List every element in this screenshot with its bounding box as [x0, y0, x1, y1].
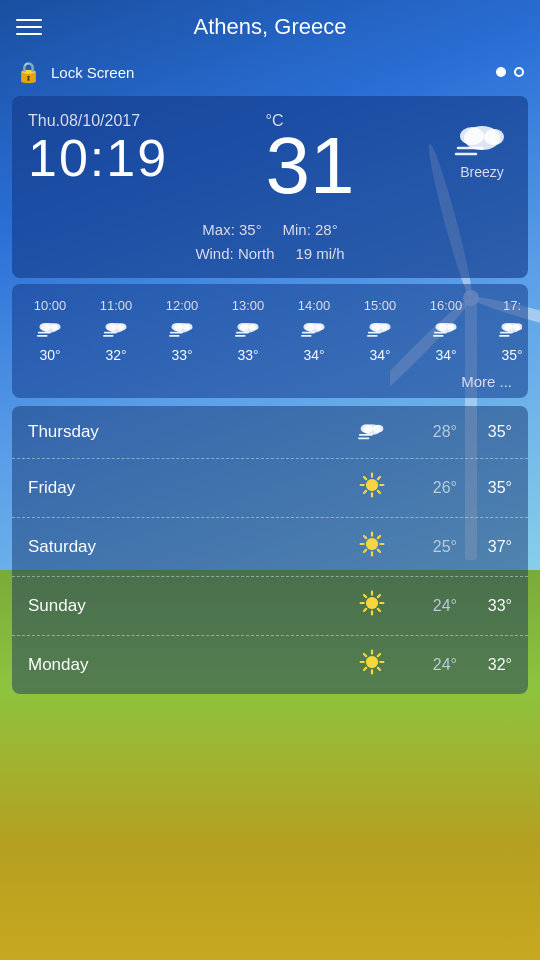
hour-temp: 34°: [435, 347, 456, 363]
hour-temp: 35°: [501, 347, 522, 363]
hour-icon: [499, 317, 522, 343]
svg-point-17: [117, 323, 127, 330]
city-title: Athens, Greece: [194, 14, 347, 40]
day-icon: [347, 471, 397, 505]
hour-temp: 33°: [171, 347, 192, 363]
svg-point-64: [366, 538, 378, 550]
hour-item: 11:00 32°: [84, 294, 148, 367]
day-min-temp: 24°: [397, 656, 457, 674]
svg-point-37: [381, 323, 391, 330]
svg-line-68: [364, 550, 366, 552]
svg-line-86: [364, 668, 366, 670]
menu-button[interactable]: [16, 19, 42, 35]
hour-time: 15:00: [364, 298, 397, 313]
svg-point-27: [249, 323, 259, 330]
hour-item: 15:00 34°: [348, 294, 412, 367]
hour-icon: [103, 317, 129, 343]
svg-point-12: [51, 323, 61, 330]
svg-line-66: [378, 550, 380, 552]
svg-point-36: [369, 322, 380, 330]
day-max-temp: 33°: [457, 597, 512, 615]
current-weather-card: Thu.08/10/2017 10:19 °C 31 Breezy M: [12, 96, 528, 278]
header: Athens, Greece: [0, 0, 540, 54]
hour-temp: 34°: [369, 347, 390, 363]
hour-temp: 33°: [237, 347, 258, 363]
svg-line-79: [364, 595, 366, 597]
svg-point-82: [366, 656, 378, 668]
breezy-icon: [452, 116, 512, 160]
hour-time: 14:00: [298, 298, 331, 313]
daily-forecast-card: Thursday 28° 35° Friday 26° 35° Saturday…: [12, 406, 528, 694]
day-name: Saturday: [28, 537, 347, 557]
day-name: Sunday: [28, 596, 347, 616]
svg-point-42: [447, 323, 457, 330]
day-min-temp: 26°: [397, 479, 457, 497]
hour-item: 13:00 33°: [216, 294, 280, 367]
condition-section: Breezy: [452, 116, 512, 180]
day-icon: [347, 589, 397, 623]
svg-point-73: [366, 597, 378, 609]
svg-line-90: [378, 654, 380, 656]
hour-item: 16:00 34°: [414, 294, 478, 367]
hour-icon: [235, 317, 261, 343]
day-row: Thursday 28° 35°: [12, 406, 528, 459]
svg-line-81: [378, 595, 380, 597]
hour-temp: 32°: [105, 347, 126, 363]
svg-line-59: [364, 491, 366, 493]
hour-temp: 34°: [303, 347, 324, 363]
svg-line-72: [378, 536, 380, 538]
hourly-scroll: 10:00 30° 11:00 32° 12:00 33° 13:00: [18, 294, 522, 367]
svg-point-32: [315, 323, 325, 330]
svg-line-88: [364, 654, 366, 656]
svg-line-57: [378, 491, 380, 493]
wind-direction: Wind: North: [195, 245, 274, 262]
day-max-temp: 37°: [457, 538, 512, 556]
hour-temp: 30°: [39, 347, 60, 363]
svg-point-41: [435, 322, 446, 330]
hour-time: 16:00: [430, 298, 463, 313]
hour-icon: [169, 317, 195, 343]
wind-speed: 19 mi/h: [295, 245, 344, 262]
lock-screen-label[interactable]: Lock Screen: [51, 64, 134, 81]
svg-point-6: [460, 127, 484, 145]
date-time-section: Thu.08/10/2017 10:19: [28, 112, 168, 187]
svg-line-63: [378, 477, 380, 479]
day-min-temp: 24°: [397, 597, 457, 615]
svg-line-84: [378, 668, 380, 670]
hour-time: 13:00: [232, 298, 265, 313]
day-row: Monday 24° 32°: [12, 636, 528, 694]
day-icon: [347, 530, 397, 564]
svg-point-7: [484, 129, 504, 145]
svg-point-46: [501, 322, 512, 330]
weather-details: Max: 35° Min: 28° Wind: North 19 mi/h: [28, 218, 512, 266]
more-button[interactable]: More ...: [18, 367, 522, 394]
day-min-temp: 25°: [397, 538, 457, 556]
hour-item: 12:00 33°: [150, 294, 214, 367]
current-date: Thu.08/10/2017: [28, 112, 168, 130]
hour-icon: [301, 317, 327, 343]
day-row: Saturday 25° 37°: [12, 518, 528, 577]
hour-time: 10:00: [34, 298, 67, 313]
svg-point-16: [105, 322, 116, 330]
svg-point-11: [39, 322, 50, 330]
svg-point-31: [303, 322, 314, 330]
svg-point-51: [361, 424, 373, 433]
hour-icon: [37, 317, 63, 343]
day-icon: [347, 418, 397, 446]
hour-time: 12:00: [166, 298, 199, 313]
condition-label: Breezy: [460, 164, 504, 180]
day-name: Monday: [28, 655, 347, 675]
hour-icon: [433, 317, 459, 343]
svg-point-21: [171, 322, 182, 330]
hour-time: 11:00: [100, 298, 133, 313]
current-temp: 31: [266, 126, 355, 206]
day-max-temp: 35°: [457, 479, 512, 497]
day-icon: [347, 648, 397, 682]
day-name: Thursday: [28, 422, 347, 442]
svg-line-77: [364, 609, 366, 611]
svg-line-61: [364, 477, 366, 479]
svg-point-55: [366, 479, 378, 491]
hourly-forecast-card: 10:00 30° 11:00 32° 12:00 33° 13:00: [12, 284, 528, 398]
day-row: Friday 26° 35°: [12, 459, 528, 518]
svg-line-70: [364, 536, 366, 538]
